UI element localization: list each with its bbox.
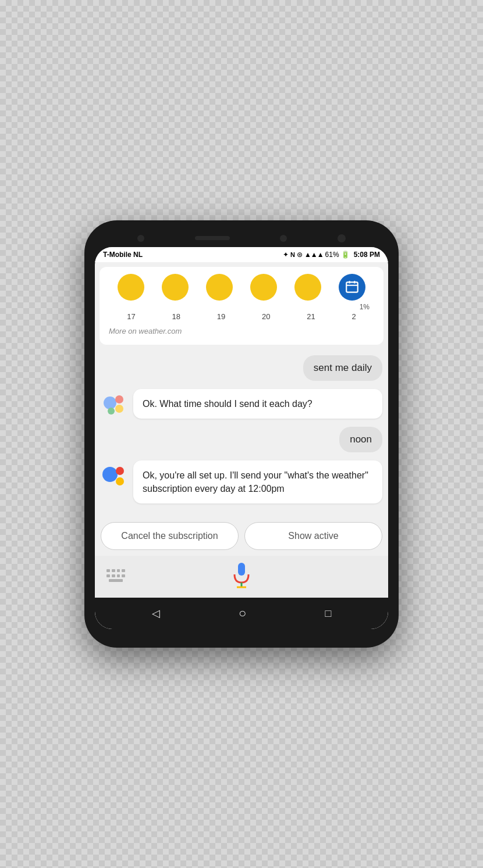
sun-icon-3 <box>206 274 233 301</box>
back-button[interactable]: ◁ <box>152 607 160 620</box>
svg-rect-0 <box>346 282 358 292</box>
bluetooth-icon: ✦ <box>283 251 289 259</box>
user-message-2-text: noon <box>339 427 382 452</box>
weather-card: 1% 17 18 19 20 21 2 More on weather.com <box>100 267 383 345</box>
chat-area: sent me daily Ok. What time should I sen… <box>95 349 388 518</box>
signal-icon: ▲▲▲ <box>304 251 324 259</box>
user-message-2: noon <box>101 427 382 452</box>
cancel-subscription-button[interactable]: Cancel the subscription <box>101 522 239 550</box>
mic-button[interactable] <box>231 562 252 590</box>
sun-icon-5 <box>294 274 321 301</box>
recents-button[interactable]: □ <box>325 608 331 620</box>
weather-icons-row <box>109 274 374 301</box>
nav-bar: ◁ ○ □ <box>95 598 388 629</box>
phone-bottom <box>95 629 388 637</box>
google-assistant-avatar-1 <box>101 391 127 418</box>
calendar-icon <box>339 274 365 301</box>
status-icons: ✦ N ⊛ ▲▲▲ 61% 🔋 5:08 PM <box>283 251 380 259</box>
day-20: 20 <box>262 312 270 321</box>
input-bar <box>95 556 388 598</box>
keyboard-icon[interactable] <box>106 568 125 583</box>
assistant-message-2: Ok, you're all set up. I'll send your "w… <box>101 460 382 503</box>
camera-dot <box>137 235 144 242</box>
precipitation-row: 1% <box>109 303 374 311</box>
time-text: 5:08 PM <box>354 251 380 259</box>
camera-dot-right <box>280 235 287 242</box>
day-21: 21 <box>307 312 315 321</box>
carrier-text: T-Mobile NL <box>103 251 143 259</box>
weather-days-row: 17 18 19 20 21 2 <box>109 312 374 321</box>
sun-icon-4 <box>250 274 277 301</box>
weather-more-link[interactable]: More on weather.com <box>109 327 374 335</box>
sun-icon-2 <box>162 274 189 301</box>
user-message-1: sent me daily <box>101 355 382 381</box>
assistant-message-2-text: Ok, you're all set up. I'll send your "w… <box>133 460 382 503</box>
svg-point-5 <box>115 395 123 403</box>
battery-icon: 🔋 <box>341 251 350 259</box>
google-assistant-avatar-2 <box>101 463 127 490</box>
phone-device: T-Mobile NL ✦ N ⊛ ▲▲▲ 61% 🔋 5:08 PM <box>84 220 399 648</box>
sensor-dot <box>338 234 346 242</box>
svg-point-7 <box>108 408 115 415</box>
user-message-1-text: sent me daily <box>303 355 382 381</box>
assistant-message-1-text: Ok. What time should I send it each day? <box>133 389 382 419</box>
action-buttons-row: Cancel the subscription Show active <box>95 517 388 556</box>
show-active-button[interactable]: Show active <box>244 522 382 550</box>
svg-point-9 <box>116 467 124 475</box>
precipitation-value: 1% <box>360 303 370 311</box>
svg-rect-11 <box>238 563 245 576</box>
day-17: 17 <box>127 312 135 321</box>
home-button[interactable]: ○ <box>239 606 246 621</box>
speaker-grille <box>195 236 230 240</box>
svg-point-8 <box>102 467 118 482</box>
nfc-icon: N <box>290 251 295 258</box>
status-bar: T-Mobile NL ✦ N ⊛ ▲▲▲ 61% 🔋 5:08 PM <box>95 247 388 262</box>
svg-point-10 <box>116 477 124 485</box>
svg-point-4 <box>104 397 116 409</box>
svg-point-6 <box>115 405 123 413</box>
day-2: 2 <box>351 312 356 321</box>
wifi-icon: ⊛ <box>297 251 303 259</box>
sun-icon-1 <box>118 274 144 301</box>
phone-screen: T-Mobile NL ✦ N ⊛ ▲▲▲ 61% 🔋 5:08 PM <box>95 247 388 630</box>
battery-text: 61% <box>325 251 339 259</box>
assistant-message-1: Ok. What time should I send it each day? <box>101 389 382 419</box>
day-19: 19 <box>217 312 225 321</box>
day-18: 18 <box>172 312 180 321</box>
